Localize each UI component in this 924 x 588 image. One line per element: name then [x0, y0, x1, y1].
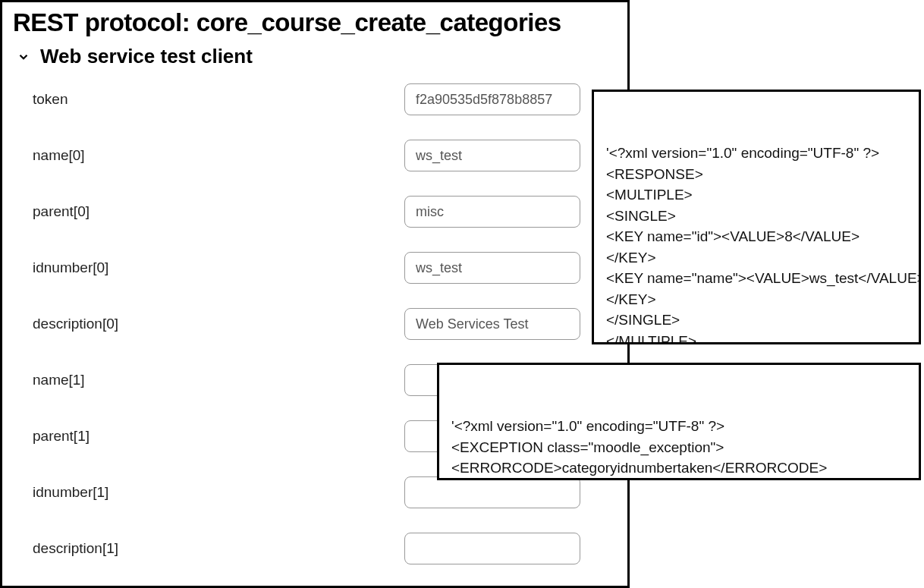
response-error-box: '<?xml version="1.0" encoding="UTF-8" ?>…	[437, 363, 921, 480]
input-idnumber1[interactable]	[404, 476, 580, 508]
form-row-idnumber0: idnumber[0]	[13, 252, 617, 284]
response-success-box: '<?xml version="1.0" encoding="UTF-8" ?>…	[592, 90, 921, 344]
input-token[interactable]	[404, 83, 580, 115]
page-title: REST protocol: core_course_create_catego…	[13, 8, 617, 37]
response-error-text: '<?xml version="1.0" encoding="UTF-8" ?>…	[451, 416, 907, 480]
response-success-text: '<?xml version="1.0" encoding="UTF-8" ?>…	[606, 143, 907, 344]
main-panel: REST protocol: core_course_create_catego…	[0, 0, 630, 588]
form-row-description1: description[1]	[13, 533, 617, 564]
input-description0[interactable]	[404, 308, 580, 340]
input-parent0[interactable]	[404, 196, 580, 228]
form-row-name0: name[0]	[13, 140, 617, 171]
input-name0[interactable]	[404, 140, 580, 171]
form-row-description0: description[0]	[13, 308, 617, 340]
section-header[interactable]: Web service test client	[13, 45, 617, 68]
label-token: token	[33, 91, 404, 108]
chevron-down-icon	[13, 46, 34, 68]
label-name1: name[1]	[33, 372, 404, 388]
input-idnumber0[interactable]	[404, 252, 580, 284]
label-idnumber1: idnumber[1]	[33, 484, 404, 501]
label-idnumber0: idnumber[0]	[33, 259, 404, 276]
input-description1[interactable]	[404, 533, 580, 564]
form-row-parent0: parent[0]	[13, 196, 617, 228]
form-row-idnumber1: idnumber[1]	[13, 476, 617, 508]
section-title: Web service test client	[40, 45, 253, 68]
label-parent0: parent[0]	[33, 203, 404, 220]
label-description1: description[1]	[33, 540, 404, 557]
label-name0: name[0]	[33, 147, 404, 164]
form-row-token: token	[13, 83, 617, 115]
label-description0: description[0]	[33, 316, 404, 332]
label-parent1: parent[1]	[33, 428, 404, 445]
